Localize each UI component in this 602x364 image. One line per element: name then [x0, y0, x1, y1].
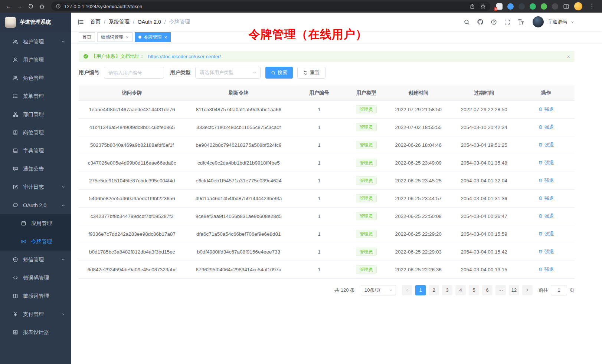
column-header: 用户类型	[346, 86, 386, 100]
extension-icon[interactable]	[518, 3, 525, 10]
goto-page-input[interactable]	[551, 285, 567, 295]
page-button[interactable]: 12	[509, 285, 519, 295]
force-logout-button[interactable]: 强退	[538, 213, 554, 219]
share-icon[interactable]	[470, 4, 475, 9]
font-size-icon[interactable]	[517, 19, 524, 25]
force-logout-button[interactable]: 强退	[538, 266, 554, 273]
force-logout-button[interactable]: 强退	[538, 159, 554, 166]
sidebar-item-tenant[interactable]: 租户管理	[0, 33, 71, 51]
extension-icon[interactable]	[507, 3, 514, 10]
user-id-input[interactable]	[104, 67, 164, 79]
sidebar-item-dept[interactable]: 部门管理	[0, 105, 71, 123]
sidebar-item-menu[interactable]: 菜单管理	[0, 87, 71, 105]
search-button[interactable]: 搜索	[265, 67, 293, 79]
access-token-cell: 502375b8040a469a9b82188afdf6af1f	[79, 136, 185, 154]
breadcrumb-item[interactable]: OAuth 2.0	[138, 19, 161, 25]
sidebar-item-notice[interactable]: 通知公告	[0, 160, 71, 178]
sidebar-item-sms[interactable]: 短信管理	[0, 251, 71, 269]
sidebar-item-oauth2[interactable]: OAuth 2.0	[0, 196, 71, 214]
next-page-button[interactable]	[522, 285, 533, 295]
force-logout-button[interactable]: 强退	[538, 142, 554, 148]
collapse-sidebar-icon[interactable]	[77, 19, 84, 26]
force-logout-button[interactable]: 强退	[538, 124, 554, 130]
sidebar-item-app-management[interactable]: 应用管理	[0, 214, 71, 232]
column-header: 操作	[517, 86, 575, 100]
expire-time-cell: 2054-03-04 00:36:47	[451, 207, 517, 225]
create-time-cell: 2022-06-25 22:29:20	[386, 225, 451, 243]
breadcrumb-item[interactable]: 系统管理	[109, 19, 130, 25]
expire-time-cell: 2054-03-04 00:15:59	[451, 225, 517, 243]
page-button[interactable]: 4	[455, 285, 466, 295]
refresh-token-cell: 811c530487574fa0af1a59d3abc1aa66	[185, 100, 292, 118]
sidebar-item-report-designer[interactable]: 报表设计器	[0, 323, 71, 341]
page-button[interactable]: 5	[469, 285, 479, 295]
browser-forward-icon[interactable]: →	[15, 1, 24, 11]
username[interactable]: 芋道源码	[548, 19, 567, 25]
fullscreen-icon[interactable]	[504, 19, 510, 25]
search-icon[interactable]	[464, 19, 470, 25]
app-logo[interactable]: 芋道管理系统	[0, 13, 71, 32]
force-logout-button[interactable]: 强退	[538, 177, 554, 184]
user-menu-caret-icon[interactable]	[570, 20, 575, 24]
sidebar-item-error-code[interactable]: 错误码管理	[0, 269, 71, 287]
page-size-select[interactable]: 10条/页	[361, 285, 396, 295]
extension-icon[interactable]	[552, 3, 558, 10]
yen-icon	[13, 311, 18, 317]
sidebar-item-audit-log[interactable]: 审计日志	[0, 178, 71, 196]
user-id-cell: 1	[292, 118, 346, 136]
create-time-cell: 2022-06-26 18:04:46	[386, 136, 451, 154]
user-type-badge: 管理员	[356, 265, 377, 274]
extension-icon[interactable]: 6	[496, 3, 503, 10]
force-logout-button[interactable]: 强退	[538, 248, 554, 255]
reset-button[interactable]: 重置	[297, 67, 325, 79]
alert-doc-link[interactable]: https://doc.iocoder.cn/user-center/	[148, 54, 221, 59]
tab-close-icon[interactable]: ×	[126, 35, 129, 40]
sidebar-item-role[interactable]: 角色管理	[0, 69, 71, 87]
sidebar-item-sensitive-words[interactable]: 敏感词管理	[0, 287, 71, 305]
browser-menu-dots-icon[interactable]: ⋮	[587, 1, 597, 11]
tab-sensitive-words[interactable]: 敏感词管理 ×	[97, 32, 132, 42]
force-logout-button[interactable]: 强退	[538, 106, 554, 113]
extension-icon[interactable]	[530, 3, 536, 10]
help-icon[interactable]	[491, 19, 497, 25]
prev-page-button[interactable]	[402, 285, 412, 295]
user-type-select[interactable]: 请选择用户类型	[195, 67, 261, 79]
access-token-cell: 275e5de9151045fe87cbdc395e004f4d	[79, 172, 185, 189]
breadcrumb-item[interactable]: 首页	[90, 19, 101, 25]
side-panel-icon[interactable]	[563, 3, 569, 10]
sidebar-item-payment[interactable]: 支付管理	[0, 305, 71, 323]
browser-reload-icon[interactable]	[26, 1, 36, 11]
tab-token-management[interactable]: 令牌管理 ×	[135, 32, 171, 42]
page-button[interactable]: 2	[429, 285, 439, 295]
browser-profile-avatar[interactable]	[574, 2, 582, 10]
browser-back-icon[interactable]: ←	[4, 1, 13, 11]
force-logout-button[interactable]: 强退	[538, 195, 554, 202]
force-logout-button[interactable]: 强退	[538, 231, 554, 237]
user-id-cell: 1	[292, 261, 346, 278]
address-bar[interactable]: 127.0.0.1:1024/system/oauth2/token	[51, 1, 490, 11]
site-info-icon[interactable]	[56, 4, 61, 9]
trash-icon	[538, 160, 543, 165]
github-icon[interactable]	[477, 19, 484, 25]
search-icon	[271, 70, 276, 75]
tab-home[interactable]: 首页	[79, 32, 95, 42]
sidebar-menu: 租户管理 用户管理 角色管理 菜单管理 部门管理 岗位管理	[0, 32, 71, 341]
page-button[interactable]: 1	[415, 285, 426, 295]
tab-close-icon[interactable]: ×	[164, 35, 167, 40]
extension-icon[interactable]	[541, 3, 547, 10]
sidebar-item-dict[interactable]: 字典管理	[0, 142, 71, 160]
more-pages-button[interactable]: ···	[495, 285, 506, 295]
sidebar-item-token-management[interactable]: 令牌管理	[0, 232, 71, 251]
action-cell: 强退	[517, 261, 575, 278]
user-avatar[interactable]	[533, 16, 544, 27]
sidebar-item-post[interactable]: 岗位管理	[0, 123, 71, 142]
page-button[interactable]: 3	[442, 285, 452, 295]
pagination: 共 120 条 10条/页 1 2 3 4 5 6 ··· 12	[79, 285, 575, 295]
alert-close-icon[interactable]: ×	[567, 53, 570, 60]
browser-home-icon[interactable]	[37, 1, 47, 11]
user-type-label: 用户类型	[170, 69, 191, 76]
page-button[interactable]: 6	[482, 285, 493, 295]
app-title: 芋道管理系统	[20, 19, 51, 26]
sidebar-item-user[interactable]: 用户管理	[0, 51, 71, 69]
bookmark-star-icon[interactable]	[480, 4, 486, 9]
